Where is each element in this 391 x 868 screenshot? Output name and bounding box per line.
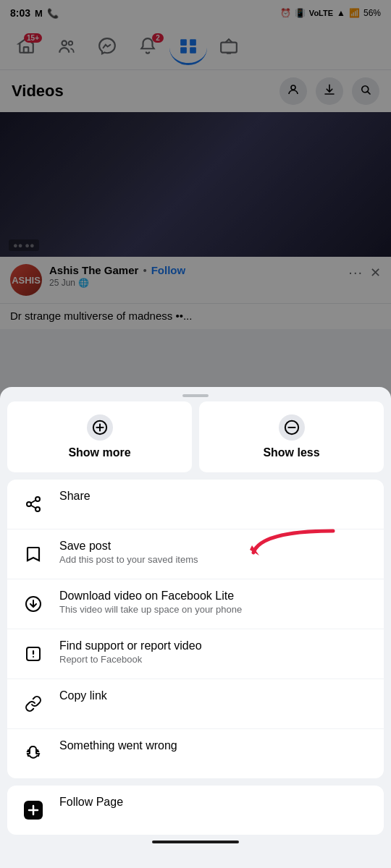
follow-page-title: Follow Page [59, 796, 372, 809]
show-row: Show more Show less [0, 401, 391, 480]
copy-link-title: Copy link [59, 689, 372, 702]
download-video-title: Download video on Facebook Lite [59, 590, 372, 603]
share-icon [19, 490, 48, 519]
share-title: Share [59, 490, 372, 503]
save-post-subtitle: Add this post to your saved items [59, 554, 372, 565]
follow-page-menu-item[interactable]: Follow Page [7, 786, 384, 835]
follow-page-content: Follow Page [59, 796, 372, 809]
copy-link-menu-item[interactable]: Copy link [7, 679, 384, 729]
follow-section: Follow Page [7, 786, 384, 835]
save-post-title: Save post [59, 540, 372, 553]
something-wrong-content: Something went wrong [59, 739, 372, 752]
something-wrong-menu-item[interactable]: Something went wrong [7, 729, 384, 778]
bug-icon [19, 739, 48, 768]
save-post-content: Save post Add this post to your saved it… [59, 540, 372, 565]
something-wrong-title: Something went wrong [59, 739, 372, 752]
copy-link-content: Copy link [59, 689, 372, 702]
bookmark-icon [19, 540, 48, 569]
report-content: Find support or report video Report to F… [59, 639, 372, 665]
download-video-subtitle: This video will take up space on your ph… [59, 604, 372, 615]
show-more-label: Show more [68, 446, 130, 459]
report-title: Find support or report video [59, 639, 372, 652]
save-post-menu-item[interactable]: Save post Add this post to your saved it… [7, 529, 384, 579]
report-subtitle: Report to Facebook [59, 654, 372, 665]
show-more-button[interactable]: Show more [7, 401, 192, 472]
share-content: Share [59, 490, 372, 503]
share-menu-item[interactable]: Share [7, 480, 384, 529]
download-video-menu-item[interactable]: Download video on Facebook Lite This vid… [7, 579, 384, 629]
report-menu-item[interactable]: Find support or report video Report to F… [7, 629, 384, 679]
download-video-content: Download video on Facebook Lite This vid… [59, 590, 372, 615]
follow-page-icon [19, 796, 48, 825]
download-video-icon [19, 590, 48, 618]
link-icon [19, 689, 48, 718]
menu-section: Share Save post Add this post to your sa… [7, 480, 384, 778]
home-bar [152, 841, 239, 843]
show-more-icon [87, 414, 113, 441]
show-less-icon [279, 414, 305, 441]
handle-bar [182, 394, 209, 397]
report-icon [19, 639, 48, 668]
show-less-label: Show less [263, 446, 319, 459]
show-less-button[interactable]: Show less [199, 401, 384, 472]
bottom-sheet: Show more Show less Share [0, 387, 391, 868]
home-indicator [0, 835, 391, 846]
sheet-handle [0, 387, 391, 401]
